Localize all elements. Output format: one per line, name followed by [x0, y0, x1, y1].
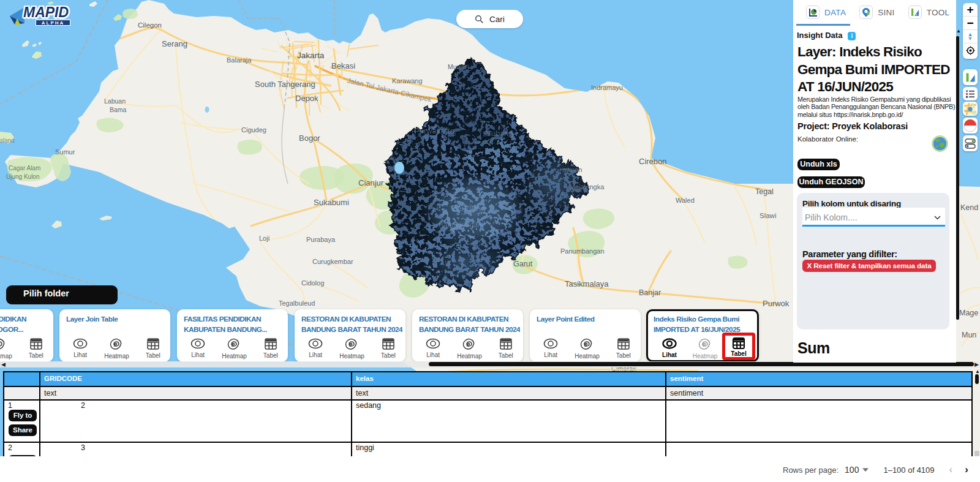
svg-text:Tasikmalaya: Tasikmalaya [565, 279, 609, 288]
svg-text:Mun: Mun [962, 331, 976, 339]
svg-text:Garut: Garut [513, 260, 533, 268]
svg-text:Curugkembar: Curugkembar [312, 258, 353, 265]
svg-text:Labuan: Labuan [104, 97, 126, 105]
svg-text:Panumbangan: Panumbangan [560, 247, 605, 255]
svg-text:Serang: Serang [162, 39, 187, 48]
svg-text:Subang: Subang [486, 129, 513, 138]
svg-text:Sukabumi: Sukabumi [314, 198, 349, 207]
svg-text:Depok: Depok [295, 94, 318, 103]
svg-text:Tegal: Tegal [755, 187, 774, 196]
svg-text:South Tangerang: South Tangerang [255, 80, 315, 89]
svg-text:Jakarta: Jakarta [297, 51, 325, 60]
svg-text:sland: sland [0, 137, 15, 144]
svg-text:Cidolog: Cidolog [301, 279, 324, 287]
svg-text:Waled: Waled [676, 197, 695, 204]
svg-text:Pangalengan: Pangalengan [439, 220, 482, 229]
svg-text:Bandung: Bandung [451, 203, 486, 213]
svg-text:Mage: Mage [959, 309, 978, 317]
svg-text:Bekasi: Bekasi [331, 61, 355, 70]
svg-text:Purwok: Purwok [763, 299, 790, 308]
svg-text:Ujung Kulon: Ujung Kulon [6, 173, 39, 180]
svg-text:Purwakarta: Purwakarta [414, 126, 455, 135]
svg-text:Slawi: Slawi [760, 212, 776, 219]
svg-text:Cagar Alam: Cagar Alam [9, 165, 40, 171]
svg-text:Kend: Kend [960, 203, 978, 212]
svg-text:Karawang: Karawang [392, 77, 423, 85]
svg-text:Loji: Loji [259, 235, 270, 242]
svg-text:Purabaya: Purabaya [306, 236, 336, 243]
svg-text:Bama: Bama [110, 106, 127, 113]
svg-text:Cigudeg: Cigudeg [241, 126, 266, 134]
svg-text:Balaraja: Balaraja [227, 56, 252, 64]
svg-text:Cirebon: Cirebon [639, 157, 667, 166]
svg-text:Sumur: Sumur [55, 148, 75, 156]
svg-text:Indramayu: Indramayu [591, 84, 623, 91]
svg-text:awuan: awuan [562, 166, 582, 173]
svg-text:Majalengka: Majalengka [570, 183, 605, 190]
svg-text:Banjar: Banjar [639, 288, 661, 297]
svg-text:Tegalbuleud: Tegalbuleud [279, 299, 315, 307]
svg-text:Bogor: Bogor [299, 134, 320, 143]
svg-text:Cianjur: Cianjur [358, 178, 384, 187]
svg-text:Cilegon: Cilegon [138, 21, 162, 29]
svg-text:Muara: Muara [448, 63, 466, 70]
